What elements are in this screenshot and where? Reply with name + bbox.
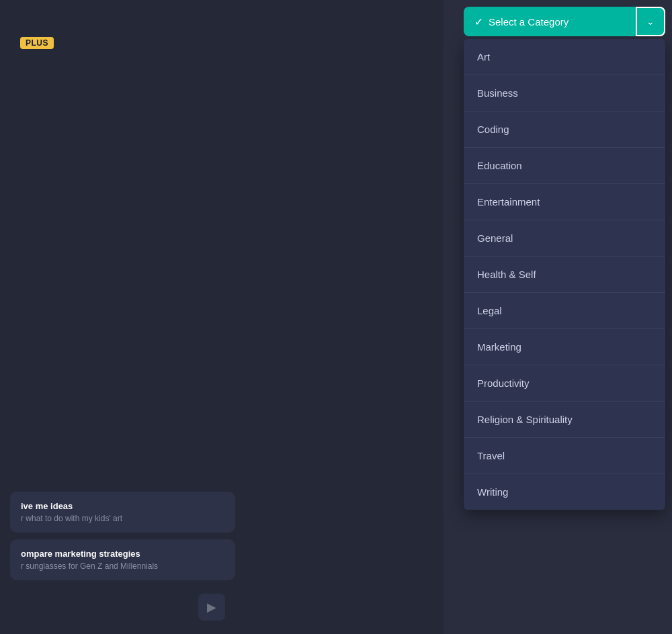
category-item-general[interactable]: General xyxy=(464,220,665,257)
category-header-label: Select a Category xyxy=(489,16,569,28)
category-list: ArtBusinessCodingEducationEntertainmentG… xyxy=(464,39,665,510)
category-item-legal[interactable]: Legal xyxy=(464,293,665,329)
suggestion-card-1[interactable]: ive me ideas r what to do with my kids' … xyxy=(10,492,235,533)
category-item-art[interactable]: Art xyxy=(464,39,665,75)
chevron-down-icon: ⌄ xyxy=(646,16,655,27)
category-item-marketing[interactable]: Marketing xyxy=(464,329,665,365)
category-item-productivity[interactable]: Productivity xyxy=(464,365,665,402)
card-1-title: ive me ideas xyxy=(21,501,224,511)
category-item-coding[interactable]: Coding xyxy=(464,111,665,148)
category-dropdown-panel: ✓ Select a Category ⌄ ArtBusinessCodingE… xyxy=(464,7,665,510)
suggestion-card-2[interactable]: ompare marketing strategies r sunglasses… xyxy=(10,539,235,580)
card-1-subtitle: r what to do with my kids' art xyxy=(21,514,224,523)
send-area: ▶ xyxy=(188,594,235,621)
category-chevron-button[interactable]: ⌄ xyxy=(636,7,665,36)
category-item-health-self[interactable]: Health & Self xyxy=(464,257,665,293)
category-item-religion-spirituality[interactable]: Religion & Spirituality xyxy=(464,402,665,438)
category-item-entertainment[interactable]: Entertainment xyxy=(464,184,665,220)
plus-badge: PLUS xyxy=(20,37,54,49)
send-button[interactable]: ▶ xyxy=(198,594,225,621)
suggestion-cards: ive me ideas r what to do with my kids' … xyxy=(10,492,235,580)
category-item-travel[interactable]: Travel xyxy=(464,438,665,474)
left-panel: PLUS ive me ideas r what to do with my k… xyxy=(0,0,444,634)
select-category-button[interactable]: ✓ Select a Category xyxy=(464,7,636,36)
check-icon: ✓ xyxy=(474,15,483,28)
category-item-writing[interactable]: Writing xyxy=(464,474,665,510)
card-2-title: ompare marketing strategies xyxy=(21,549,224,559)
category-item-education[interactable]: Education xyxy=(464,148,665,184)
category-item-business[interactable]: Business xyxy=(464,75,665,111)
card-2-subtitle: r sunglasses for Gen Z and Millennials xyxy=(21,561,224,571)
category-header: ✓ Select a Category ⌄ xyxy=(464,7,665,36)
